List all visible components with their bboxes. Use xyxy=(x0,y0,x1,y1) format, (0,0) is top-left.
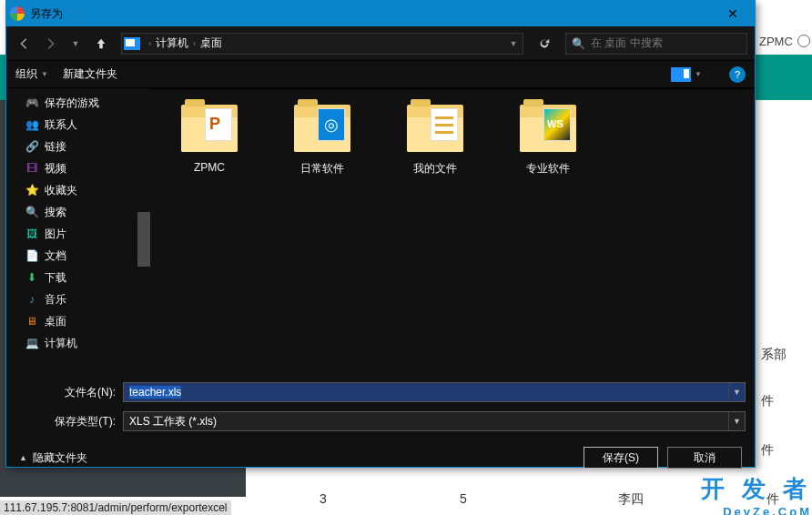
sidebar-item-label: 桌面 xyxy=(45,314,66,329)
sidebar-item-label: 收藏夹 xyxy=(45,183,77,198)
sidebar-item-label: 联系人 xyxy=(45,117,77,133)
filename-dropdown[interactable]: ▼ xyxy=(728,383,745,401)
filename-input[interactable]: teacher.xls ▼ xyxy=(123,382,746,402)
bg-table-cell-b: 5 xyxy=(395,491,532,506)
folder-label: 专业软件 xyxy=(526,161,570,177)
bg-table-cell-c: 李四 xyxy=(563,491,699,508)
sidebar-item-label: 搜索 xyxy=(45,205,66,220)
help-button[interactable]: ? xyxy=(729,66,746,83)
filename-label: 文件名(N): xyxy=(15,385,123,400)
organize-button[interactable]: 组织 xyxy=(15,66,37,82)
search-icon: 🔍 xyxy=(572,37,585,50)
sidebar-item-label: 下载 xyxy=(45,270,66,286)
path-dropdown[interactable]: ▼ xyxy=(504,39,523,48)
folder-icon xyxy=(520,105,576,152)
sidebar-item-game[interactable]: 🎮保存的游戏 xyxy=(25,92,150,114)
path-address-bar[interactable]: › 计算机 › 桌面 ▼ xyxy=(121,33,523,55)
file-pane[interactable]: ZPMC日常软件我的文件专业软件 xyxy=(150,88,755,370)
pic-icon: 🖼 xyxy=(25,227,39,240)
music-icon: ♪ xyxy=(25,293,39,306)
folder-icon xyxy=(407,105,463,152)
sidebar-item-label: 链接 xyxy=(45,139,66,155)
sidebar-item-fav[interactable]: ⭐收藏夹 xyxy=(25,179,150,201)
bg-text-col-suffix: 件 xyxy=(761,393,774,409)
filetype-select[interactable]: XLS 工作表 (*.xls) ▼ xyxy=(123,411,746,431)
filetype-dropdown[interactable]: ▼ xyxy=(728,412,745,430)
sidebar-item-search[interactable]: 🔍搜索 xyxy=(25,201,150,223)
search-icon: 🔍 xyxy=(25,206,39,218)
folder-label: ZPMC xyxy=(194,161,225,174)
chevron-up-icon: ▲ xyxy=(19,453,27,462)
save-as-dialog: 另存为 ✕ ▼ › 计算机 › 桌面 ▼ xyxy=(5,0,756,468)
chevron-right-icon: › xyxy=(193,39,196,48)
fav-icon: ⭐ xyxy=(25,184,39,197)
close-button[interactable]: ✕ xyxy=(715,6,751,21)
sidebar-item-link[interactable]: 🔗链接 xyxy=(25,136,150,157)
folder-label: 我的文件 xyxy=(413,161,457,177)
sidebar-item-label: 保存的游戏 xyxy=(45,96,99,111)
bg-text-col-suffix3: 件 xyxy=(766,491,779,508)
link-icon: 🔗 xyxy=(25,140,39,153)
nav-up-button[interactable] xyxy=(90,33,112,55)
sidebar-item-label: 视频 xyxy=(45,161,66,177)
nav-back-button[interactable] xyxy=(14,33,36,55)
search-input[interactable]: 🔍 在 桌面 中搜索 xyxy=(565,33,747,55)
save-button[interactable]: 保存(S) xyxy=(584,447,658,469)
sidebar-item-label: 音乐 xyxy=(45,292,66,308)
sidebar-item-video[interactable]: 🎞视频 xyxy=(25,157,150,179)
cancel-button[interactable]: 取消 xyxy=(667,447,742,469)
new-folder-button[interactable]: 新建文件夹 xyxy=(63,66,117,82)
sidebar-scrollbar[interactable] xyxy=(137,212,150,267)
doc-icon: 📄 xyxy=(25,249,39,262)
folder-item[interactable]: ZPMC xyxy=(172,105,247,174)
sidebar-item-label: 文档 xyxy=(45,248,66,264)
monitor-icon xyxy=(124,37,140,50)
chevron-down-icon: ▼ xyxy=(41,70,48,78)
refresh-button[interactable] xyxy=(533,33,556,55)
sidebar-item-music[interactable]: ♪音乐 xyxy=(25,288,150,310)
bg-text-col-suffix2: 件 xyxy=(761,442,774,459)
titlebar[interactable]: 另存为 ✕ xyxy=(6,1,755,26)
sidebar-item-down[interactable]: ⬇下载 xyxy=(25,267,150,288)
bg-brand-icon xyxy=(797,35,810,47)
filetype-label: 保存类型(T): xyxy=(15,414,123,429)
pc-icon: 💻 xyxy=(25,337,39,349)
folder-icon xyxy=(294,105,350,152)
path-segment-desktop[interactable]: 桌面 xyxy=(200,35,222,51)
game-icon: 🎮 xyxy=(25,96,39,109)
down-icon: ⬇ xyxy=(25,271,39,284)
bg-text-dept: 系部 xyxy=(761,347,787,363)
folder-item[interactable]: 我的文件 xyxy=(398,105,472,177)
dialog-title: 另存为 xyxy=(30,6,715,22)
sidebar-item-pc[interactable]: 💻计算机 xyxy=(25,332,150,354)
search-placeholder: 在 桌面 中搜索 xyxy=(591,35,663,51)
video-icon: 🎞 xyxy=(25,162,39,175)
view-mode-button[interactable] xyxy=(671,67,691,82)
nav-forward-button[interactable] xyxy=(39,33,61,55)
desk-icon: 🖥 xyxy=(25,315,39,328)
folder-icon xyxy=(181,105,238,152)
sidebar-item-label: 计算机 xyxy=(45,336,77,351)
sidebar-item-label: 图片 xyxy=(45,227,66,242)
folder-label: 日常软件 xyxy=(300,161,344,177)
contacts-icon: 👥 xyxy=(25,118,39,131)
path-segment-computer[interactable]: 计算机 xyxy=(156,35,188,51)
chrome-icon xyxy=(10,6,25,21)
sidebar-item-pic[interactable]: 🖼图片 xyxy=(25,223,150,245)
sidebar: 🎮保存的游戏👥联系人🔗链接🎞视频⭐收藏夹🔍搜索🖼图片📄文档⬇下载♪音乐🖥桌面💻计… xyxy=(6,88,150,370)
folder-item[interactable]: 专业软件 xyxy=(511,105,585,177)
sidebar-item-doc[interactable]: 📄文档 xyxy=(25,245,150,267)
chevron-right-icon: › xyxy=(148,39,151,48)
sidebar-item-desk[interactable]: 🖥桌面 xyxy=(25,310,150,332)
hide-folders-toggle[interactable]: ▲ 隐藏文件夹 xyxy=(19,450,87,466)
bg-table-cell-a: 3 xyxy=(255,491,391,506)
sidebar-item-contacts[interactable]: 👥联系人 xyxy=(25,114,150,136)
status-bar-url: 111.67.195.7:8081/admin/perform/exportex… xyxy=(0,500,231,515)
bg-brand: ZPMC xyxy=(759,35,793,48)
chevron-down-icon[interactable]: ▼ xyxy=(695,70,702,78)
folder-item[interactable]: 日常软件 xyxy=(285,105,360,177)
nav-recent-dropdown[interactable]: ▼ xyxy=(65,33,86,55)
